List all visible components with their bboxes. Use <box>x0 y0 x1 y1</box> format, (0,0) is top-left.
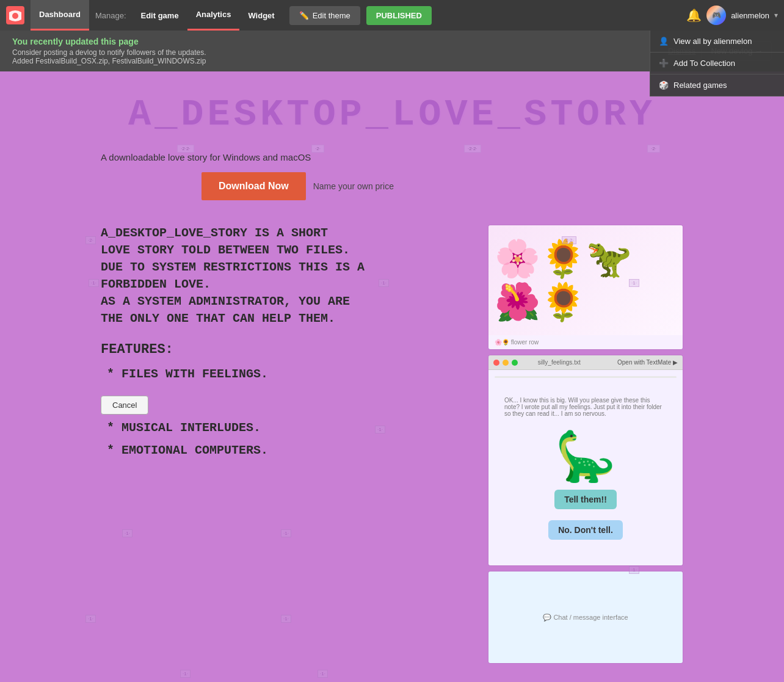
feature-1: * FILES WITH FEELINGS. <box>101 367 470 381</box>
minimize-dot <box>503 360 509 366</box>
scatter-badge-4: ·1· <box>379 279 389 287</box>
related-games-button[interactable]: 🎲 Related games <box>650 74 784 96</box>
right-sidebar: 👤 View all by alienmelon ➕ Add To Collec… <box>650 31 784 96</box>
logo[interactable] <box>0 0 31 31</box>
game-subtitle: A downloadable love story for Windows an… <box>0 152 784 162</box>
features-heading: FEATURES: <box>101 342 470 357</box>
scatter-badge-11: ·1· <box>85 615 96 623</box>
close-dot <box>493 360 499 366</box>
cancel-row: Cancel <box>101 390 470 415</box>
feature-3: * EMOTIONAL COMPUTERS. <box>101 443 470 457</box>
screenshot-2: silly_feelings.txt Open with TextMate ▶ … <box>488 355 683 566</box>
scatter-badge-7: ·1· <box>375 426 385 434</box>
scatter-badge-8: ·1· <box>122 529 132 537</box>
scatter-badge-12: ·1· <box>281 615 291 623</box>
view-all-button[interactable]: 👤 View all by alienmelon <box>650 31 784 53</box>
bubble-1: Tell them!! <box>554 490 617 509</box>
game-description: A_DESKTOP_LOVE_STORY IS A SHORT LOVE STO… <box>101 225 470 327</box>
open-with-label[interactable]: Open with TextMate ▶ <box>617 359 678 366</box>
dino-character: 🦕 <box>555 432 616 481</box>
user-avatar[interactable]: 🎮 <box>706 5 726 25</box>
view-all-label: View all by alienmelon <box>673 37 752 46</box>
chat-image: 💬 Chat / message interface <box>488 571 683 663</box>
game-page: ·2·2· ·2· ·2·2· ·2· ·2· ·2·2· ·1· ·1· ·1… <box>0 71 784 682</box>
scatter-badge-10: ·1· <box>629 566 639 574</box>
edit-theme-label: Edit theme <box>313 11 350 20</box>
widget-tab[interactable]: Widget <box>239 0 283 31</box>
main-content: A_DESKTOP_LOVE_STORY IS A SHORT LOVE STO… <box>0 212 784 681</box>
related-games-label: Related games <box>673 81 727 90</box>
flower-image: 🌸🌻🦖🌺🌻 <box>488 225 683 335</box>
topbar: Dashboard Manage: Edit game Analytics Wi… <box>0 0 784 31</box>
right-screenshots: 🌸🌻🦖🌺🌻 🌸🌻 flower row silly_feelings.txt O… <box>488 225 683 669</box>
scatter-badge-2: ·2·2· <box>562 236 576 244</box>
plus-icon: ➕ <box>659 59 669 68</box>
svg-point-1 <box>12 13 18 19</box>
download-row: Download Now Name your own price <box>0 172 784 200</box>
scatter-badge-13: ·1· <box>180 670 191 678</box>
chat-placeholder: 💬 Chat / message interface <box>543 614 628 622</box>
bubble-2: No. Don't tell. <box>548 520 623 540</box>
window-titlebar: silly_feelings.txt Open with TextMate ▶ <box>488 355 683 370</box>
dialog-screenshot: OK... I know this is big. Will you pleas… <box>488 370 683 565</box>
price-label: Name your own price <box>313 181 394 191</box>
manage-label: Manage: <box>89 0 132 31</box>
user-icon: 👤 <box>659 37 669 46</box>
edit-icon: ✏️ <box>299 11 309 20</box>
download-now-button[interactable]: Download Now <box>201 172 306 200</box>
dialog-text: OK... I know this is big. Will you pleas… <box>498 394 673 420</box>
username-label[interactable]: alienmelon <box>731 11 769 20</box>
related-icon: 🎲 <box>659 81 669 90</box>
chevron-down-icon[interactable]: ▾ <box>774 11 778 20</box>
notification-subtitle: Consider posting a devlog to notify foll… <box>12 48 668 57</box>
scatter-badge-1: ·2· <box>85 236 96 244</box>
screenshot-3: 💬 Chat / message interface <box>488 571 683 664</box>
cancel-button[interactable]: Cancel <box>101 396 148 415</box>
screenshot-1: 🌸🌻🦖🌺🌻 🌸🌻 flower row <box>488 225 683 350</box>
notification-files: Added FestivalBuild_OSX.zip, FestivalBui… <box>12 57 668 65</box>
add-collection-label: Add To Collection <box>673 59 735 68</box>
analytics-tab[interactable]: Analytics <box>187 0 240 31</box>
maximize-dot <box>512 360 518 366</box>
progress-bar <box>495 376 677 378</box>
feature-2: * MUSICAL INTERLUDES. <box>101 421 470 435</box>
scatter-badge-3: ·1· <box>89 279 99 287</box>
scatter-badge-5: ·1· <box>629 279 639 287</box>
edit-theme-button[interactable]: ✏️ Edit theme <box>289 6 360 25</box>
notification-text: You recently updated this page Consider … <box>12 37 668 65</box>
edit-game-tab[interactable]: Edit game <box>132 0 187 31</box>
scatter-badge-9: ·1· <box>281 529 291 537</box>
window-title: silly_feelings.txt <box>538 359 581 366</box>
dashboard-tab[interactable]: Dashboard <box>31 0 89 31</box>
scatter-badge-14: ·1· <box>318 670 328 678</box>
add-to-collection-button[interactable]: ➕ Add To Collection <box>650 53 784 74</box>
game-title: A_DESKTOP_LOVE_STORY <box>12 96 772 134</box>
bell-icon[interactable]: 🔔 <box>686 8 702 23</box>
notification-title: You recently updated this page <box>12 37 668 46</box>
topbar-right: 🔔 🎮 alienmelon ▾ <box>686 5 784 25</box>
screenshot-1-bar: 🌸🌻 flower row <box>488 335 683 349</box>
published-button[interactable]: PUBLISHED <box>366 6 432 25</box>
left-content: A_DESKTOP_LOVE_STORY IS A SHORT LOVE STO… <box>101 225 470 669</box>
